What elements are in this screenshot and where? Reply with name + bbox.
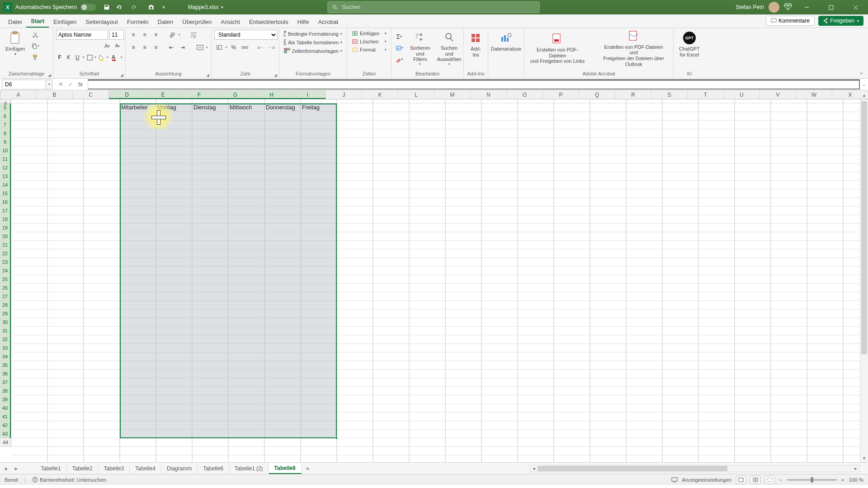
redo-icon[interactable] <box>128 2 139 13</box>
row-header-38[interactable]: 38 <box>0 387 11 395</box>
display-settings[interactable]: Anzeigeeinstellungen <box>682 477 731 483</box>
merge-center-icon[interactable] <box>195 42 205 52</box>
hscroll-left-icon[interactable]: ◄ <box>530 466 538 471</box>
number-format-combo[interactable]: Standard <box>214 30 278 40</box>
row-header-41[interactable]: 41 <box>0 413 11 421</box>
column-header-a[interactable]: A <box>0 90 37 99</box>
decrease-font-icon[interactable]: A▾ <box>113 41 123 51</box>
column-header-v[interactable]: V <box>760 90 796 99</box>
name-box-dropdown[interactable]: ▾ <box>46 80 52 89</box>
username-label[interactable]: Stefan Petri <box>736 4 764 10</box>
row-header-39[interactable]: 39 <box>0 395 11 404</box>
sheet-tab-tabelle2[interactable]: Tabelle2 <box>67 464 99 474</box>
maximize-button[interactable] <box>821 0 841 14</box>
row-header-23[interactable]: 23 <box>0 258 11 267</box>
collapse-ribbon-icon[interactable]: ⌄ <box>859 69 863 75</box>
row-header-19[interactable]: 19 <box>0 224 11 232</box>
zoom-level[interactable]: 100 % <box>849 477 863 483</box>
cell-h5[interactable]: Donnerstag <box>264 103 295 112</box>
align-left-icon[interactable]: ≡ <box>128 42 138 52</box>
fx-icon[interactable]: fx <box>76 80 85 89</box>
orientation-icon[interactable]: ab <box>167 30 177 40</box>
cell-g5[interactable]: Mittwoch <box>228 103 252 112</box>
sheet-tab-tabelle4[interactable]: Tabelle4 <box>130 464 161 474</box>
row-header-7[interactable]: 7 <box>0 121 11 129</box>
column-header-t[interactable]: T <box>688 90 724 99</box>
undo-icon[interactable] <box>114 2 125 13</box>
view-page-break-icon[interactable] <box>765 476 775 484</box>
vscroll-thumb[interactable] <box>861 101 867 354</box>
row-header-34[interactable]: 34 <box>0 352 11 361</box>
expand-formula-bar-icon[interactable]: ⌄ <box>860 82 868 87</box>
zoom-slider[interactable] <box>787 479 837 481</box>
column-header-w[interactable]: W <box>796 90 832 99</box>
delete-cells-button[interactable]: Löschen▾ <box>350 38 388 45</box>
row-header-29[interactable]: 29 <box>0 310 11 318</box>
fill-icon[interactable]: ▾ <box>394 43 404 53</box>
tab-formeln[interactable]: Formeln <box>123 16 153 28</box>
row-header-4[interactable]: 4 <box>0 99 11 103</box>
column-header-f[interactable]: F <box>181 90 217 99</box>
row-header-17[interactable]: 17 <box>0 206 11 215</box>
chatgpt-button[interactable]: GPT ChatGPT for Excel <box>676 30 703 58</box>
cut-icon[interactable] <box>30 30 40 40</box>
row-header-12[interactable]: 12 <box>0 164 11 172</box>
paste-button[interactable]: Einfügen ▾ <box>3 30 28 57</box>
share-button[interactable]: Freigeben▾ <box>818 16 863 26</box>
scroll-up-icon[interactable]: ▲ <box>860 91 868 99</box>
column-header-h[interactable]: H <box>254 90 290 99</box>
selection-fill-handle[interactable] <box>335 436 338 439</box>
view-normal-icon[interactable] <box>736 476 746 484</box>
pdf-links-button[interactable]: Erstellen von PDF-Dateien und Freigeben … <box>527 31 588 65</box>
column-header-u[interactable]: U <box>724 90 760 99</box>
sheet-tab-diagramm[interactable]: Diagramm <box>161 464 198 474</box>
column-header-p[interactable]: P <box>543 90 579 99</box>
new-sheet-button[interactable]: + <box>302 465 314 472</box>
row-header-15[interactable]: 15 <box>0 189 11 198</box>
column-header-q[interactable]: Q <box>579 90 615 99</box>
tab-start[interactable]: Start <box>26 15 49 28</box>
close-button[interactable] <box>845 0 865 14</box>
row-header-31[interactable]: 31 <box>0 327 11 335</box>
row-header-11[interactable]: 11 <box>0 155 11 164</box>
increase-decimal-icon[interactable]: .0→ <box>255 42 265 52</box>
comma-icon[interactable]: 000 <box>240 42 250 52</box>
row-header-44[interactable]: 44 <box>0 438 11 447</box>
font-size-combo[interactable] <box>109 30 124 40</box>
column-header-o[interactable]: O <box>507 90 543 99</box>
cell-i5[interactable]: Freitag <box>301 103 320 112</box>
zoom-out-button[interactable]: − <box>779 477 783 483</box>
fill-color-icon[interactable] <box>98 52 105 62</box>
increase-font-icon[interactable]: A▴ <box>102 41 112 51</box>
row-header-27[interactable]: 27 <box>0 292 11 301</box>
minimize-button[interactable] <box>797 0 816 14</box>
sheet-tab-tabelle8[interactable]: Tabelle8 <box>269 463 302 474</box>
increase-indent-icon[interactable]: ⇥ <box>178 42 188 52</box>
tab-uberprufen[interactable]: Überprüfen <box>178 16 216 28</box>
row-header-16[interactable]: 16 <box>0 198 11 206</box>
autosave-toggle[interactable] <box>80 4 96 11</box>
row-header-36[interactable]: 36 <box>0 370 11 378</box>
column-header-s[interactable]: S <box>651 90 688 99</box>
percent-icon[interactable]: % <box>229 42 239 52</box>
tab-entwickler[interactable]: Entwicklertools <box>245 16 293 28</box>
status-accessibility[interactable]: Barrierefreiheit: Untersuchen <box>40 477 106 483</box>
chevron-down-icon[interactable]: ▾ <box>221 5 223 9</box>
sheet-tab-tabelle3[interactable]: Tabelle3 <box>98 464 130 474</box>
align-top-icon[interactable]: ≡ <box>128 30 138 40</box>
conditional-formatting-button[interactable]: Bedingte Formatierung▾ <box>282 30 344 38</box>
column-header-l[interactable]: L <box>398 90 434 99</box>
sheet-tab-tabelle1[interactable]: Tabelle1 <box>35 464 67 474</box>
zoom-in-button[interactable]: + <box>841 477 844 483</box>
row-header-24[interactable]: 24 <box>0 267 11 275</box>
row-header-10[interactable]: 10 <box>0 146 11 155</box>
font-name-combo[interactable] <box>56 30 108 40</box>
row-header-22[interactable]: 22 <box>0 249 11 258</box>
avatar[interactable] <box>769 2 779 13</box>
view-page-layout-icon[interactable] <box>750 476 760 484</box>
clear-icon[interactable]: ▾ <box>394 54 404 64</box>
column-header-e[interactable]: E <box>145 90 181 99</box>
row-header-35[interactable]: 35 <box>0 361 11 370</box>
row-header-43[interactable]: 43 <box>0 430 11 438</box>
format-as-table-button[interactable]: Als Tabelle formatieren▾ <box>282 38 344 46</box>
